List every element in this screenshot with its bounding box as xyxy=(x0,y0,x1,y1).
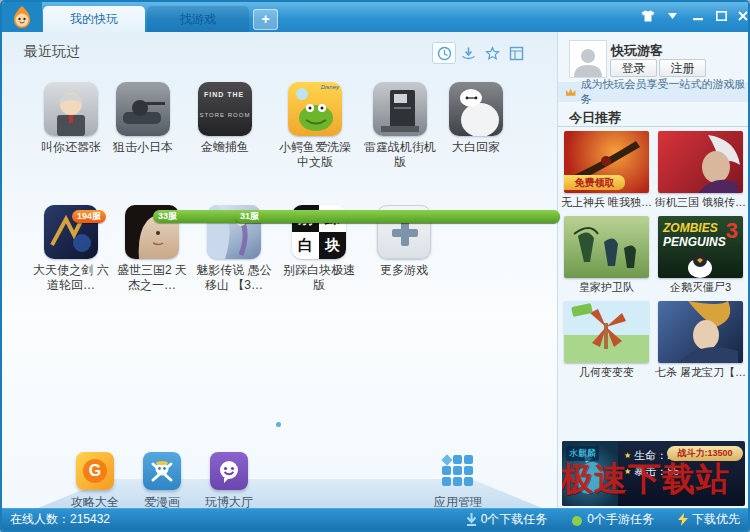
new-tab-button[interactable]: + xyxy=(253,9,278,30)
free-claim-band: 免费领取 xyxy=(564,175,625,190)
server-badge: 194服 xyxy=(72,210,106,223)
windmill-icon xyxy=(564,301,649,363)
recommend-thumb-jihe[interactable] xyxy=(564,301,649,363)
maximize-button[interactable] xyxy=(711,6,731,26)
login-button[interactable]: 登录 xyxy=(610,59,657,77)
loading-dot xyxy=(276,422,281,427)
icon-text: STORE ROOM xyxy=(198,112,252,118)
game-icon-jiaonihai[interactable] xyxy=(44,82,98,136)
menu-button[interactable] xyxy=(662,6,682,26)
recommend-caption: 七杀 屠龙宝刀【… xyxy=(654,365,747,380)
game-title: 雷霆战机街机版 xyxy=(361,140,439,170)
more-games-label: 更多游戏 xyxy=(365,263,443,278)
recommend-thumb-penguin[interactable]: ZOMBIES PENGUINS 3 xyxy=(658,216,743,278)
member-banner-text: 成为快玩会员享受一站式的游戏服务 xyxy=(580,77,748,107)
recommend-caption: 企鹅灭僵尸3 xyxy=(654,280,747,295)
dock-item-guides[interactable]: G xyxy=(76,452,114,490)
game-title: 大天使之剑 六道轮回… xyxy=(32,263,110,293)
download-tasks[interactable]: 0个下载任务 xyxy=(466,511,548,528)
recommend-thumb-qisha[interactable] xyxy=(658,301,743,363)
divider xyxy=(558,126,748,127)
online-count: 在线人数：215432 xyxy=(10,509,110,530)
g-logo-icon: G xyxy=(83,459,107,483)
crocodile-icon xyxy=(288,82,342,136)
mobile-game-icon xyxy=(571,514,583,526)
game-title: 金蟾捕鱼 xyxy=(186,140,264,155)
sidebar: 快玩游客 登录 注册 成为快玩会员享受一站式的游戏服务 今日推荐 免费领取 无上… xyxy=(557,32,748,508)
lightning-icon xyxy=(678,513,688,526)
ad-banner[interactable]: 水麒麟 ★ 生命：2018 ★ 暴击：85 战斗力:13500 极速下载站 xyxy=(562,441,745,506)
dock-item-apps[interactable] xyxy=(439,452,477,490)
dock-item-comics[interactable] xyxy=(143,452,181,490)
crown-icon xyxy=(565,87,576,97)
recommend-caption: 皇家护卫队 xyxy=(560,280,653,295)
archers-art-icon xyxy=(564,216,649,278)
recommend-caption: 无上神兵 唯我独… xyxy=(560,195,653,210)
dock-item-hall[interactable] xyxy=(210,452,248,490)
mascot-icon xyxy=(2,2,42,32)
minimize-icon xyxy=(693,11,703,21)
game-icon-juji[interactable] xyxy=(116,82,170,136)
app-grid-icon xyxy=(441,454,475,488)
warrior-art-icon xyxy=(658,131,743,193)
maximize-icon xyxy=(716,11,727,21)
favorite-icon xyxy=(485,46,500,61)
game-title: 狙击小日本 xyxy=(104,140,182,155)
user-silhouette-icon xyxy=(573,45,603,77)
tab-find-games[interactable]: 找游戏 xyxy=(147,6,249,32)
download-priority[interactable]: 下载优先 xyxy=(678,511,740,528)
minimize-button[interactable] xyxy=(688,6,708,26)
game-icon-jinchan[interactable]: FIND THE STORE ROOM xyxy=(198,82,252,136)
tab-my-kuaiwan[interactable]: 我的快玩 xyxy=(43,6,145,32)
site-watermark: 极速下载站 xyxy=(562,457,730,502)
view-toolbar xyxy=(432,42,528,64)
close-button[interactable] xyxy=(733,6,750,26)
today-recommend-title: 今日推荐 xyxy=(569,109,621,127)
status-bar: 在线人数：215432 0个下载任务 0个手游任务 下 xyxy=(2,508,748,530)
icon-text: FIND THE xyxy=(198,91,252,98)
close-icon xyxy=(738,11,748,21)
recommend-thumb-huangjia[interactable] xyxy=(564,216,649,278)
game-title: 魅影传说 愚公移山 【3… xyxy=(195,263,273,293)
game-title: 别踩白块极速版 xyxy=(280,263,358,293)
skull-crossbones-icon xyxy=(149,458,175,484)
section-title: 最近玩过 xyxy=(24,43,80,61)
baymax-icon xyxy=(449,82,503,136)
skin-button[interactable] xyxy=(638,6,658,26)
download-arrow-icon xyxy=(466,513,477,526)
recommend-thumb-wushang[interactable]: 免费领取 xyxy=(564,131,649,193)
recommend-caption: 街机三国 饿狼传… xyxy=(654,195,747,210)
download-view-button[interactable] xyxy=(456,42,480,64)
app-window: 我的快玩 找游戏 + 最 xyxy=(0,0,750,532)
game-title: 小鳄鱼爱洗澡中文版 xyxy=(276,140,354,170)
brand-text: Disney xyxy=(321,84,339,90)
download-icon xyxy=(461,46,476,61)
title-bar: 我的快玩 找游戏 + xyxy=(2,2,748,32)
main-panel: 最近玩过 xyxy=(2,32,557,508)
favorite-view-button[interactable] xyxy=(480,42,504,64)
category-icon xyxy=(509,46,524,61)
category-view-button[interactable] xyxy=(504,42,528,64)
history-view-button[interactable] xyxy=(432,42,456,64)
tank-icon xyxy=(116,82,170,136)
username: 快玩游客 xyxy=(611,42,663,60)
app-logo[interactable] xyxy=(2,2,42,32)
cartoon-man-icon xyxy=(44,82,98,136)
game-title: 大白回家 xyxy=(437,140,515,155)
arcade-machine-icon xyxy=(373,82,427,136)
mobile-tasks[interactable]: 0个手游任务 xyxy=(571,511,654,528)
game-icon-crocodile[interactable]: Disney xyxy=(288,82,342,136)
game-icon-leiting[interactable] xyxy=(373,82,427,136)
recommend-thumb-jieji[interactable] xyxy=(658,131,743,193)
server-badge: 31服 xyxy=(235,210,560,223)
member-banner[interactable]: 成为快玩会员享受一站式的游戏服务 xyxy=(558,82,748,102)
game-title: 盛世三国2 天杰之一… xyxy=(113,263,191,293)
register-button[interactable]: 注册 xyxy=(659,59,706,77)
penguin-icon xyxy=(658,216,743,278)
skin-icon xyxy=(640,9,656,23)
avatar[interactable] xyxy=(569,40,607,78)
game-icon-dabai[interactable] xyxy=(449,82,503,136)
history-icon xyxy=(437,46,452,61)
chevron-down-icon xyxy=(668,13,677,19)
recommend-caption: 几何变变变 xyxy=(560,365,653,380)
